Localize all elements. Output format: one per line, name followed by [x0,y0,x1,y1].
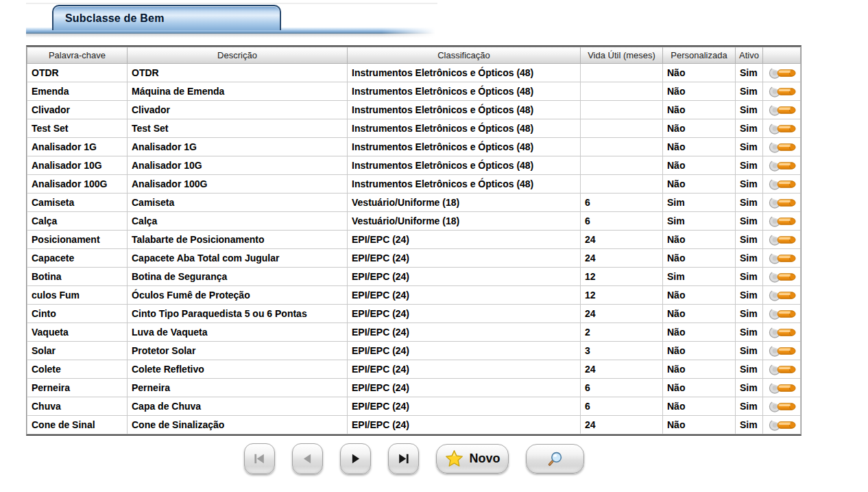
cell-descricao: Luva de Vaqueta [128,323,348,342]
first-page-icon [252,451,267,467]
edit-wrench-button[interactable] [769,270,797,284]
cell-descricao: Perneira [128,379,348,397]
cell-ativo: Sim [736,156,763,175]
cell-descricao: Capa de Chuva [128,397,348,416]
cell-acoes [763,305,801,323]
column-header-ativo: Ativo [736,47,763,64]
cell-personalizada: Não [663,323,736,342]
wrench-icon [769,84,797,99]
previous-page-button[interactable] [292,443,323,474]
edit-wrench-button[interactable] [769,251,797,266]
novo-button[interactable]: Novo [436,444,509,473]
cell-descricao: Talabarte de Posicionamento [128,231,348,249]
table-header-row: Palavra-chaveDescriçãoClassificaçãoVida … [27,47,801,64]
edit-wrench-button[interactable] [769,103,797,117]
cell-ativo: Sim [736,268,763,286]
cell-palavra_chave: Analisador 1G [27,138,128,156]
cell-acoes [763,156,801,175]
next-page-button[interactable] [340,443,371,474]
wrench-icon [769,233,797,247]
edit-wrench-button[interactable] [769,399,797,414]
edit-wrench-button[interactable] [769,233,797,247]
cell-vida_util [581,156,663,175]
edit-wrench-button[interactable] [769,177,797,191]
cell-acoes [763,249,801,268]
edit-wrench-button[interactable] [769,66,797,80]
edit-wrench-button[interactable] [769,307,797,321]
cell-acoes [763,397,801,416]
cell-personalizada: Não [663,119,736,138]
wrench-icon [769,214,797,229]
cell-palavra_chave: Camiseta [27,194,128,212]
cell-classificacao: Instrumentos Eletrônicos e Ópticos (48) [348,101,581,119]
table-row: PosicionamentTalabarte de Posicionamento… [27,231,801,249]
cell-classificacao: EPI/EPC (24) [348,397,581,416]
cell-personalizada: Não [663,416,736,434]
cell-acoes [763,342,801,360]
previous-page-icon [300,451,315,467]
cell-personalizada: Sim [663,194,736,212]
cell-vida_util: 6 [581,397,663,416]
edit-wrench-button[interactable] [769,418,797,432]
table-row: PerneiraPerneiraEPI/EPC (24)6NãoSim [27,379,801,397]
cell-ativo: Sim [736,175,763,194]
last-page-button[interactable] [388,443,419,474]
cell-descricao: Protetor Solar [128,342,348,360]
cell-palavra_chave: Analisador 100G [27,175,128,194]
wrench-icon [769,270,797,284]
bottom-toolbar: Novo [244,443,584,474]
cell-descricao: Capacete Aba Total com Jugular [128,249,348,268]
table-row: ColeteColete RefletivoEPI/EPC (24)24NãoS… [27,360,801,379]
cell-ativo: Sim [736,194,763,212]
cell-classificacao: EPI/EPC (24) [348,360,581,379]
cell-classificacao: Instrumentos Eletrônicos e Ópticos (48) [348,82,581,101]
cell-personalizada: Não [663,82,736,101]
cell-ativo: Sim [736,212,763,231]
edit-wrench-button[interactable] [769,344,797,358]
cell-classificacao: Instrumentos Eletrônicos e Ópticos (48) [348,138,581,156]
cell-descricao: Cone de Sinalização [128,416,348,434]
cell-palavra_chave: Colete [27,360,128,379]
cell-acoes [763,138,801,156]
cell-acoes [763,212,801,231]
column-header-acoes [763,47,801,64]
edit-wrench-button[interactable] [769,381,797,395]
cell-classificacao: Instrumentos Eletrônicos e Ópticos (48) [348,175,581,194]
edit-wrench-button[interactable] [769,140,797,154]
cell-descricao: Camiseta [128,194,348,212]
cell-classificacao: EPI/EPC (24) [348,268,581,286]
edit-wrench-button[interactable] [769,214,797,229]
cell-personalizada: Não [663,342,736,360]
edit-wrench-button[interactable] [769,159,797,173]
table-row: CamisetaCamisetaVestuário/Uniforme (18)6… [27,194,801,212]
wrench-icon [769,121,797,136]
cell-palavra_chave: Vaqueta [27,323,128,342]
table-row: ClivadorClivadorInstrumentos Eletrônicos… [27,101,801,119]
table-row: BotinaBotina de SegurançaEPI/EPC (24)12S… [27,268,801,286]
edit-wrench-button[interactable] [769,84,797,99]
edit-wrench-button[interactable] [769,288,797,303]
table-row: EmendaMáquina de EmendaInstrumentos Elet… [27,82,801,101]
tab-subclasse-de-bem: Subclasse de Bem [52,5,281,30]
wrench-icon [769,381,797,395]
page-title: Subclasse de Bem [53,12,165,25]
search-button[interactable] [526,444,584,473]
cell-descricao: Analisador 10G [128,156,348,175]
first-page-button[interactable] [244,443,275,474]
cell-vida_util: 3 [581,342,663,360]
cell-ativo: Sim [736,305,763,323]
cell-ativo: Sim [736,342,763,360]
cell-palavra_chave: Botina [27,268,128,286]
cell-descricao: Cinto Tipo Paraquedista 5 ou 6 Pontas [128,305,348,323]
edit-wrench-button[interactable] [769,325,797,340]
cell-ativo: Sim [736,286,763,305]
cell-personalizada: Não [663,231,736,249]
cell-descricao: Clivador [128,101,348,119]
cell-palavra_chave: Analisador 10G [27,156,128,175]
table-row: Analisador 10GAnalisador 10GInstrumentos… [27,156,801,175]
edit-wrench-button[interactable] [769,196,797,210]
cell-acoes [763,360,801,379]
wrench-icon [769,177,797,191]
edit-wrench-button[interactable] [769,362,797,377]
edit-wrench-button[interactable] [769,121,797,136]
